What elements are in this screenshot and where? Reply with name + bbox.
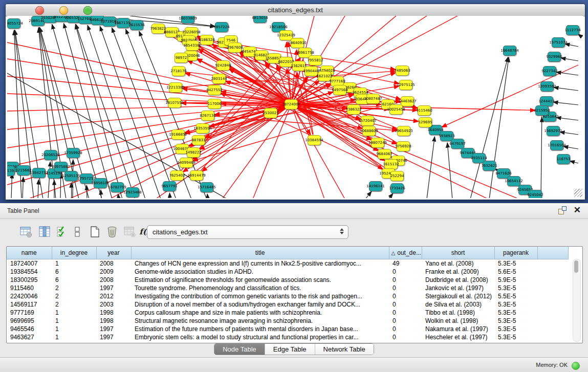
graph-node[interactable]: 15692971: [547, 126, 560, 136]
graph-node[interactable]: 10688609: [362, 126, 376, 136]
graph-node[interactable]: 18640910: [291, 38, 304, 48]
tab-network-table[interactable]: Network Table: [315, 344, 374, 355]
graph-node[interactable]: 1733426: [390, 183, 404, 193]
graph-node[interactable]: 9115460: [418, 105, 431, 116]
table-row[interactable]: 1872400712008Changes of HCN gene express…: [7, 259, 568, 268]
graph-node[interactable]: 14055724: [7, 18, 20, 29]
graph-node[interactable]: 13942737: [32, 168, 46, 178]
graph-node[interactable]: 1990448: [304, 66, 318, 76]
graph-node[interactable]: 14099469: [180, 158, 193, 168]
graph-node[interactable]: 15720407: [361, 116, 374, 126]
table-settings-button[interactable]: [18, 224, 34, 239]
graph-node[interactable]: 19166852: [171, 129, 185, 140]
close-panel-icon[interactable]: ✕: [574, 206, 581, 214]
graph-node[interactable]: 2803144: [212, 74, 226, 84]
canvas-resize-grip[interactable]: [574, 189, 582, 197]
graph-node[interactable]: 8427552: [208, 85, 221, 95]
graph-node[interactable]: 12213389: [169, 82, 182, 93]
graph-node[interactable]: 1498222: [187, 147, 200, 158]
graph-node[interactable]: 887831: [192, 135, 205, 145]
graph-node[interactable]: 9329966: [548, 52, 561, 62]
table-row[interactable]: 1456911722003Disruption of a novel membe…: [7, 300, 568, 309]
graph-node[interactable]: 8813054: [253, 16, 267, 23]
table-row[interactable]: 946554611997Estimation of the future num…: [7, 325, 568, 333]
column-header-year[interactable]: year: [96, 247, 131, 259]
float-panel-icon[interactable]: [558, 206, 567, 214]
graph-node[interactable]: 117006: [208, 99, 221, 109]
graph-node[interactable]: 12093582: [540, 81, 554, 92]
graph-node[interactable]: 6497568: [333, 85, 346, 95]
graph-node[interactable]: 15751074: [552, 37, 565, 48]
table-row[interactable]: 1830029562008Estimation of significance …: [7, 276, 568, 284]
graph-node[interactable]: 10025458: [389, 104, 403, 115]
graph-node[interactable]: 7963822: [151, 24, 165, 34]
row-height-button[interactable]: [70, 224, 85, 239]
graph-node[interactable]: 9684067: [378, 149, 391, 159]
table-row[interactable]: 946362711997Embryonic stem cells: a mode…: [7, 333, 568, 341]
graph-node[interactable]: 1244413: [540, 96, 553, 106]
graph-node[interactable]: 9245042: [529, 190, 542, 198]
graph-node[interactable]: 8215958: [535, 105, 549, 116]
graph-node[interactable]: 252294: [390, 171, 404, 181]
graph-node[interactable]: 16914479: [190, 170, 203, 181]
graph-node[interactable]: 7625402: [170, 170, 184, 181]
graph-node[interactable]: 14463627: [401, 96, 414, 106]
graph-node[interactable]: 1112734: [566, 25, 579, 35]
hub-node[interactable]: 18724007: [285, 99, 298, 110]
row-selection-button[interactable]: [54, 224, 70, 239]
graph-node[interactable]: 9657791: [163, 181, 176, 191]
graph-node[interactable]: 9227342: [543, 66, 556, 76]
column-header-title[interactable]: title: [131, 247, 389, 259]
graph-node[interactable]: 20206526: [44, 150, 57, 160]
graph-node[interactable]: 10384594: [308, 135, 321, 145]
graph-node[interactable]: 19654923: [397, 126, 410, 136]
graph-node[interactable]: 2967608: [228, 42, 242, 53]
graph-node[interactable]: 15716485: [200, 182, 213, 192]
graph-node[interactable]: 14196141: [369, 181, 382, 191]
graph-node[interactable]: 18107552: [168, 98, 181, 108]
table-vertical-scrollbar[interactable]: [573, 259, 581, 342]
graph-node[interactable]: 98972: [175, 53, 188, 63]
tab-edge-table[interactable]: Edge Table: [265, 344, 315, 355]
table-row[interactable]: 911546021997Tourette syndrome. Phenomeno…: [7, 284, 568, 292]
graph-node[interactable]: 12505135: [64, 171, 78, 181]
delete-table-button[interactable]: [104, 224, 120, 239]
graph-node[interactable]: 10807487: [366, 94, 380, 104]
column-header-name[interactable]: name: [7, 247, 52, 259]
graph-node[interactable]: 116753: [557, 154, 570, 164]
graph-node[interactable]: 2718176: [172, 66, 185, 76]
graph-node[interactable]: 7485063: [396, 65, 409, 76]
graph-node[interactable]: 12923468: [126, 187, 139, 198]
column-chooser-button[interactable]: [37, 224, 52, 239]
table-row[interactable]: 2242004622012Investigating the contribut…: [7, 292, 568, 300]
graph-node[interactable]: 16958107: [94, 178, 107, 188]
graph-node[interactable]: 16648784: [503, 46, 516, 56]
memory-ok-icon[interactable]: [572, 362, 580, 370]
graph-node[interactable]: 10654112: [507, 176, 520, 186]
graph-node[interactable]: 1615132: [384, 159, 398, 169]
table-row[interactable]: 977716911998Corpus callosum shape and si…: [7, 309, 568, 317]
graph-node[interactable]: 16033809: [181, 16, 194, 24]
graph-node[interactable]: 9242848: [216, 60, 230, 71]
graph-node[interactable]: 1215682: [17, 165, 30, 176]
graph-node[interactable]: 16353594: [196, 123, 209, 134]
graph-node[interactable]: 8267130: [201, 111, 214, 121]
table-row[interactable]: 969969511998Structural magnetic resonanc…: [7, 317, 568, 325]
graph-node[interactable]: 9756928: [397, 141, 410, 151]
graph-node[interactable]: 17359928: [67, 148, 80, 158]
network-window-titlebar[interactable]: citations_edges.txt: [6, 4, 585, 16]
scrollbar-thumb[interactable]: [574, 260, 578, 273]
graph-node[interactable]: 18807249: [371, 138, 384, 148]
graph-node[interactable]: 7955812: [309, 55, 322, 65]
graph-node[interactable]: 7386322: [347, 104, 360, 115]
graph-node[interactable]: 7632621: [483, 161, 496, 171]
graph-node[interactable]: 8186328: [200, 35, 213, 45]
network-canvas[interactable]: 1405572420891406253026618512119106532871…: [7, 16, 583, 198]
table-source-select[interactable]: citations_edges.txt: [147, 225, 349, 239]
column-header-in_degree[interactable]: in_degree: [52, 247, 96, 259]
column-header-pagerank[interactable]: pagerank: [494, 247, 537, 259]
new-table-button[interactable]: [87, 224, 102, 239]
graph-node[interactable]: 7615536: [130, 20, 143, 30]
graph-node[interactable]: 33139: [7, 166, 15, 176]
graph-node[interactable]: 129695: [419, 117, 432, 127]
